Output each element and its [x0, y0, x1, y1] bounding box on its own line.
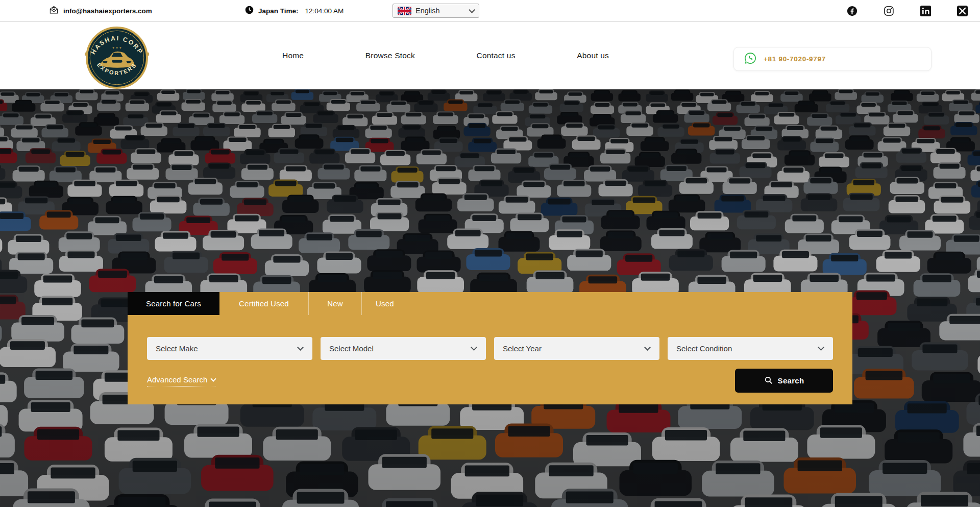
advanced-search-toggle[interactable]: Advanced Search: [147, 375, 215, 387]
nav-about-us[interactable]: About us: [577, 51, 609, 60]
japan-time-value: 12:04:00 AM: [305, 7, 344, 15]
phone-number: +81 90-7020-9797: [764, 55, 826, 63]
tab-used[interactable]: Used: [361, 292, 408, 315]
search-icon: [764, 376, 773, 386]
uk-flag-icon: [398, 7, 411, 15]
chevron-down-icon: [469, 7, 475, 13]
tab-certified-used[interactable]: Certified Used: [219, 292, 308, 315]
chevron-down-icon: [297, 344, 304, 351]
japan-time: Japan Time: 12:04:00 AM: [245, 0, 344, 21]
tab-new[interactable]: New: [308, 292, 361, 315]
email-link[interactable]: info@hashaiexporters.com: [49, 0, 152, 21]
hero-section: Search for Cars Certified Used New Used …: [0, 89, 980, 507]
search-tabs: Search for Cars Certified Used New Used: [128, 292, 852, 315]
social-links: [847, 0, 968, 21]
nav-home[interactable]: Home: [282, 51, 304, 60]
search-button[interactable]: Search: [735, 369, 833, 393]
japan-time-label: Japan Time:: [258, 7, 299, 15]
company-logo[interactable]: HASHAI CORP ✦ ✦ ✦ EXPORTERS: [83, 24, 151, 93]
page: info@hashaiexporters.com Japan Time: 12:…: [0, 0, 980, 507]
email-text: info@hashaiexporters.com: [63, 7, 152, 15]
language-value: English: [415, 7, 440, 15]
search-button-label: Search: [778, 376, 804, 385]
car-search-panel: Search for Cars Certified Used New Used …: [128, 292, 852, 404]
whatsapp-phone-button[interactable]: +81 90-7020-9797: [733, 47, 932, 71]
nav-browse-stock[interactable]: Browse Stock: [365, 51, 415, 60]
tab-search-for-cars[interactable]: Search for Cars: [128, 292, 219, 315]
instagram-icon[interactable]: [884, 6, 894, 16]
clock-icon: [245, 6, 254, 16]
select-make-placeholder: Select Make: [156, 344, 198, 353]
select-model[interactable]: Select Model: [321, 337, 486, 360]
chevron-down-icon: [471, 344, 477, 351]
logo-stars: ✦ ✦ ✦: [112, 46, 122, 50]
topbar: info@hashaiexporters.com Japan Time: 12:…: [0, 0, 980, 22]
whatsapp-icon: [744, 52, 757, 67]
linkedin-icon[interactable]: [920, 6, 931, 16]
mail-icon: [49, 5, 59, 16]
search-filters: Select Make Select Model Select Year Sel…: [147, 337, 833, 360]
select-make[interactable]: Select Make: [147, 337, 312, 360]
select-year-placeholder: Select Year: [503, 344, 542, 353]
site-header: HASHAI CORP ✦ ✦ ✦ EXPORTERS Home Browse …: [0, 22, 980, 89]
select-year[interactable]: Select Year: [494, 337, 659, 360]
facebook-icon[interactable]: [847, 6, 857, 16]
select-model-placeholder: Select Model: [329, 344, 374, 353]
chevron-down-icon: [211, 376, 216, 381]
x-twitter-icon[interactable]: [957, 6, 968, 16]
nav-contact-us[interactable]: Contact us: [477, 51, 516, 60]
select-condition-placeholder: Select Condition: [676, 344, 732, 353]
chevron-down-icon: [818, 344, 824, 351]
main-nav: Home Browse Stock Contact us About us: [282, 22, 609, 89]
advanced-search-label: Advanced Search: [147, 375, 207, 384]
select-condition[interactable]: Select Condition: [668, 337, 833, 360]
language-select[interactable]: English: [393, 4, 479, 18]
chevron-down-icon: [644, 344, 651, 351]
